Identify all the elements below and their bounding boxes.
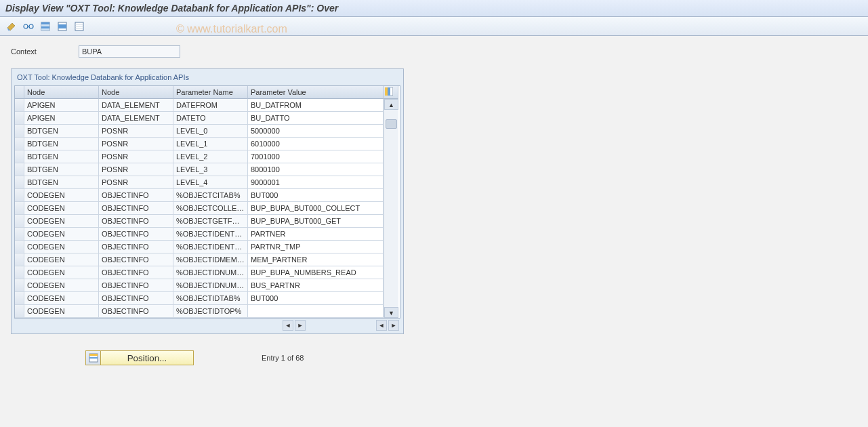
table-cell: %OBJECTIDENT1T.. bbox=[173, 241, 248, 253]
select-all-button[interactable] bbox=[38, 19, 53, 34]
row-selector[interactable] bbox=[15, 279, 24, 292]
table-cell[interactable]: BUT000 bbox=[248, 292, 384, 305]
scroll-up-button[interactable]: ▲ bbox=[384, 99, 398, 110]
table-cell: OBJECTINFO bbox=[99, 292, 173, 305]
row-selector-header[interactable] bbox=[15, 86, 24, 99]
table-cell: APIGEN bbox=[24, 112, 99, 125]
table-cell: %OBJECTIDNUMBE.. bbox=[173, 266, 248, 279]
table-cell: POSNR bbox=[99, 150, 173, 163]
table-cell: OBJECTINFO bbox=[99, 228, 173, 241]
table-cell[interactable]: PARTNR_TMP bbox=[248, 241, 384, 253]
table-cell[interactable]: 5000000 bbox=[248, 125, 384, 138]
table-cell[interactable]: BUP_BUPA_BUT000_GET bbox=[248, 215, 384, 228]
table-cell: CODEGEN bbox=[24, 253, 99, 266]
table-cell: POSNR bbox=[99, 138, 173, 150]
table-cell: LEVEL_1 bbox=[173, 138, 248, 150]
table-cell[interactable]: BU_DATTO bbox=[248, 112, 384, 125]
app-toolbar bbox=[0, 17, 868, 36]
table-cell[interactable] bbox=[248, 305, 384, 318]
table-cell: BDTGEN bbox=[24, 176, 99, 189]
row-selector[interactable] bbox=[15, 138, 24, 150]
horizontal-scrollbar[interactable]: ◄ ► ◄ ► bbox=[283, 320, 399, 331]
row-selector[interactable] bbox=[15, 266, 24, 279]
scroll-right-end-button[interactable]: ► bbox=[388, 320, 399, 331]
glasses-icon bbox=[23, 23, 34, 30]
table-cell: %OBJECTIDTAB% bbox=[173, 292, 248, 305]
table-cell: DATA_ELEMENT bbox=[99, 112, 173, 125]
column-header-param-value[interactable]: Parameter Value bbox=[248, 86, 384, 99]
table-cell: %OBJECTIDNUMBE.. bbox=[173, 279, 248, 292]
row-selector[interactable] bbox=[15, 189, 24, 202]
table-cell[interactable]: 6010000 bbox=[248, 138, 384, 150]
table-cell[interactable]: 8000100 bbox=[248, 163, 384, 176]
table-cell: DATETO bbox=[173, 112, 248, 125]
context-input[interactable] bbox=[79, 45, 180, 58]
row-selector[interactable] bbox=[15, 176, 24, 189]
row-selector[interactable] bbox=[15, 241, 24, 253]
table-cell: LEVEL_2 bbox=[173, 150, 248, 163]
row-selector[interactable] bbox=[15, 253, 24, 266]
details-button[interactable] bbox=[21, 19, 36, 34]
table-cell: %OBJECTCOLLECT.. bbox=[173, 202, 248, 215]
row-selector[interactable] bbox=[15, 112, 24, 125]
table-cell: APIGEN bbox=[24, 99, 99, 112]
table-cell: CODEGEN bbox=[24, 241, 99, 253]
scroll-right-button[interactable]: ► bbox=[295, 320, 306, 331]
table-cell: OBJECTINFO bbox=[99, 266, 173, 279]
row-selector[interactable] bbox=[15, 292, 24, 305]
svg-rect-18 bbox=[89, 354, 98, 356]
table-cell: %OBJECTIDMEMTA.. bbox=[173, 253, 248, 266]
table-cell[interactable]: PARTNER bbox=[248, 228, 384, 241]
table-cell[interactable]: BUP_BUPA_BUT000_COLLECT bbox=[248, 202, 384, 215]
table-cell: OBJECTINFO bbox=[99, 279, 173, 292]
row-selector[interactable] bbox=[15, 125, 24, 138]
table-cell: OBJECTINFO bbox=[99, 215, 173, 228]
table-cell[interactable]: BUT000 bbox=[248, 189, 384, 202]
table-cell[interactable]: 7001000 bbox=[248, 150, 384, 163]
table-cell[interactable]: BUS_PARTNR bbox=[248, 279, 384, 292]
table-cell: POSNR bbox=[99, 125, 173, 138]
scroll-left-button[interactable]: ◄ bbox=[283, 320, 293, 331]
entry-indicator: Entry 1 of 68 bbox=[262, 354, 304, 362]
table-cell[interactable]: BUP_BUPA_NUMBERS_READ bbox=[248, 266, 384, 279]
table-cell: CODEGEN bbox=[24, 202, 99, 215]
column-header-param-name[interactable]: Parameter Name bbox=[173, 86, 248, 99]
table-cell: %OBJECTCITAB% bbox=[173, 189, 248, 202]
table-cell: OBJECTINFO bbox=[99, 241, 173, 253]
svg-rect-19 bbox=[89, 357, 98, 359]
data-panel: OXT Tool: Knowledge Databank for Applica… bbox=[11, 68, 404, 334]
column-header-node1[interactable]: Node bbox=[24, 86, 99, 99]
row-selector[interactable] bbox=[15, 215, 24, 228]
table-cell: BDTGEN bbox=[24, 125, 99, 138]
svg-rect-5 bbox=[41, 24, 49, 26]
row-selector[interactable] bbox=[15, 99, 24, 112]
svg-rect-9 bbox=[58, 24, 66, 28]
table-config-button[interactable] bbox=[384, 86, 398, 99]
row-selector[interactable] bbox=[15, 150, 24, 163]
column-header-node2[interactable]: Node bbox=[99, 86, 173, 99]
table-cell: BDTGEN bbox=[24, 163, 99, 176]
table-cell[interactable]: 9000001 bbox=[248, 176, 384, 189]
table-cell: CODEGEN bbox=[24, 305, 99, 318]
table-cell: OBJECTINFO bbox=[99, 305, 173, 318]
table-cell: CODEGEN bbox=[24, 215, 99, 228]
table-cell: %OBJECTGETFM% bbox=[173, 215, 248, 228]
toggle-edit-button[interactable] bbox=[4, 19, 19, 34]
row-selector[interactable] bbox=[15, 228, 24, 241]
position-button[interactable]: Position... bbox=[85, 350, 194, 365]
row-selector[interactable] bbox=[15, 305, 24, 318]
table-cell[interactable]: BU_DATFROM bbox=[248, 99, 384, 112]
table-cell: POSNR bbox=[99, 163, 173, 176]
scroll-thumb[interactable] bbox=[386, 119, 397, 129]
table-cell: DATEFROM bbox=[173, 99, 248, 112]
table-cell[interactable]: MEM_PARTNER bbox=[248, 253, 384, 266]
scroll-left-end-button[interactable]: ◄ bbox=[376, 320, 387, 331]
scroll-down-button[interactable]: ▼ bbox=[384, 307, 398, 318]
deselect-all-button[interactable] bbox=[72, 19, 87, 34]
table-cell: OBJECTINFO bbox=[99, 202, 173, 215]
select-block-button[interactable] bbox=[55, 19, 70, 34]
table-cell: CODEGEN bbox=[24, 266, 99, 279]
vertical-scrollbar[interactable]: ▲ ▼ bbox=[384, 99, 398, 318]
row-selector[interactable] bbox=[15, 202, 24, 215]
row-selector[interactable] bbox=[15, 163, 24, 176]
